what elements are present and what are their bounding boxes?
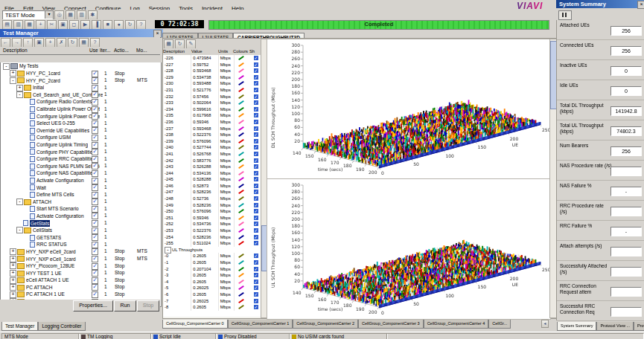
show-checkbox[interactable]: ✓ bbox=[254, 203, 258, 207]
stat-col-units[interactable]: Units bbox=[218, 48, 233, 55]
table-row[interactable]: -2500.576096Mbps✓ bbox=[163, 208, 261, 215]
expand-icon[interactable]: + bbox=[10, 70, 16, 77]
collapse-icon[interactable]: - bbox=[10, 77, 16, 84]
table-row[interactable]: -2300.593488Mbps✓ bbox=[163, 80, 261, 87]
table-row[interactable]: -2410.526768Mbps✓ bbox=[163, 151, 261, 158]
expand-icon[interactable]: + bbox=[10, 262, 16, 269]
table-row[interactable]: -2520.534736Mbps✓ bbox=[163, 221, 261, 227]
collapse-icon[interactable]: - bbox=[3, 63, 10, 70]
tab-system-summary[interactable]: System Summary bbox=[557, 322, 596, 331]
tree-row[interactable]: Configure PHY Capabilities✓1 bbox=[1, 148, 161, 155]
table-row[interactable]: -2440.534136Mbps✓ bbox=[163, 170, 261, 177]
table-row[interactable]: -2380.522376Mbps✓ bbox=[163, 132, 261, 138]
expand-icon[interactable]: + bbox=[10, 277, 16, 284]
show-checkbox[interactable]: ✓ bbox=[254, 88, 258, 92]
tree-row[interactable]: Configure RRC Capabilities✓1 bbox=[1, 155, 161, 163]
stat-col-description[interactable]: Description bbox=[163, 48, 191, 55]
show-checkbox[interactable]: ✓ bbox=[254, 177, 258, 181]
tree-row[interactable]: +HYY_NXP eCell_1card✓1StopMTS bbox=[1, 255, 161, 262]
show-checkbox[interactable]: ✓ bbox=[254, 132, 258, 137]
table-row[interactable]: -70.26025Mbps✓ bbox=[163, 298, 261, 305]
show-checkbox[interactable]: ✓ bbox=[254, 113, 258, 117]
tree-row[interactable]: +HYY TEST 1 UE✓1Stop bbox=[1, 269, 161, 277]
show-checkbox[interactable]: ✓ bbox=[254, 171, 258, 175]
show-checkbox[interactable]: ✓ bbox=[254, 184, 258, 188]
tree-row[interactable]: -My Tests bbox=[1, 62, 161, 70]
show-checkbox[interactable]: ✓ bbox=[254, 222, 258, 226]
table-row[interactable]: -80.2605Mbps✓ bbox=[163, 304, 261, 311]
table-row[interactable]: -2320.57456Mbps✓ bbox=[163, 94, 261, 100]
tree-col-iter[interactable]: Iter... bbox=[100, 48, 110, 53]
table-row[interactable]: -2550.511024Mbps✓ bbox=[163, 240, 261, 247]
show-checkbox[interactable]: ✓ bbox=[254, 62, 258, 67]
tree-row[interactable]: Configure Radio Contexts✓1 bbox=[1, 98, 161, 106]
tree-row[interactable]: Activate Configuration✓1 bbox=[1, 177, 161, 184]
tree-row[interactable]: Configure Uplink Timing✓1 bbox=[1, 141, 161, 149]
tree-row[interactable]: Select UES 0-255✓1 bbox=[1, 120, 161, 127]
show-checkbox[interactable]: ✓ bbox=[254, 260, 258, 265]
table-row[interactable]: -2460.52873Mbps✓ bbox=[163, 183, 261, 190]
table-row[interactable]: -2530.522376Mbps✓ bbox=[163, 227, 261, 234]
table-row[interactable]: -2450.528288Mbps✓ bbox=[163, 176, 261, 183]
table-row[interactable]: -2400.527744Mbps✓ bbox=[163, 144, 261, 151]
tree-row[interactable]: RRC STATUS✓1 bbox=[1, 241, 161, 248]
tree-row[interactable]: -ATTACH✓1 bbox=[1, 198, 161, 205]
table-row[interactable]: -2510.59346Mbps✓ bbox=[163, 215, 261, 222]
chevron-down-icon[interactable]: ▾ bbox=[45, 11, 53, 19]
carrier-tab-cellgroup-componentcarrier-3[interactable]: CellGroup_ComponentCarrier 3 bbox=[358, 320, 424, 329]
show-checkbox[interactable]: ✓ bbox=[254, 216, 258, 220]
show-checkbox[interactable]: ✓ bbox=[254, 75, 258, 80]
table-row[interactable]: -00.2605Mbps✓ bbox=[163, 253, 261, 259]
show-checkbox[interactable]: ✓ bbox=[254, 235, 258, 239]
table-section-row[interactable]: - UL Throughputs bbox=[163, 247, 261, 254]
table-row[interactable]: -2350.617968Mbps✓ bbox=[163, 112, 261, 119]
tree-row[interactable]: Define MTS Cells✓1 bbox=[1, 191, 161, 198]
table-row[interactable]: -2310.521776Mbps✓ bbox=[163, 87, 261, 94]
tab-protocol-view[interactable]: Protocol View bbox=[634, 322, 644, 331]
stop-button[interactable]: Stop bbox=[137, 300, 159, 311]
table-row[interactable]: -30.2605Mbps✓ bbox=[163, 272, 261, 279]
table-row[interactable]: -20.207104Mbps✓ bbox=[163, 266, 261, 273]
show-checkbox[interactable]: ✓ bbox=[254, 145, 258, 149]
table-row[interactable]: -40.2605Mbps✓ bbox=[163, 279, 261, 285]
show-checkbox[interactable]: ✓ bbox=[254, 285, 258, 290]
tree-row[interactable]: +HYY_PC_1card✓1Stop bbox=[1, 70, 161, 77]
expand-icon[interactable]: + bbox=[10, 284, 16, 291]
tab-logging-controller[interactable]: Logging Controller bbox=[38, 322, 85, 331]
close-icon[interactable]: × bbox=[637, 1, 644, 9]
tree-row[interactable]: Activate Configuration✓1 bbox=[1, 212, 161, 219]
table-row[interactable]: -2330.502064Mbps✓ bbox=[163, 100, 261, 106]
show-checkbox[interactable]: ✓ bbox=[254, 81, 258, 85]
show-checkbox[interactable]: ✓ bbox=[254, 209, 258, 213]
show-checkbox[interactable]: ✓ bbox=[254, 241, 258, 245]
show-checkbox[interactable]: ✓ bbox=[254, 305, 258, 309]
tree-row[interactable]: +PC ATTACH 1 UE✓1Stop bbox=[1, 291, 161, 298]
expand-icon[interactable]: + bbox=[10, 270, 16, 277]
tree-row[interactable]: +PC ATTACH✓1Stop bbox=[1, 283, 161, 291]
show-checkbox[interactable]: ✓ bbox=[254, 228, 258, 233]
show-checkbox[interactable]: ✓ bbox=[254, 56, 258, 60]
show-checkbox[interactable]: ✓ bbox=[254, 158, 258, 163]
expand-icon[interactable]: + bbox=[10, 248, 16, 255]
tree-row[interactable]: -CellStats✓1 bbox=[1, 227, 161, 234]
table-row[interactable]: -2480.52736Mbps✓ bbox=[163, 196, 261, 202]
tree-col-mo[interactable]: Mo... bbox=[136, 48, 147, 53]
show-checkbox[interactable]: ✓ bbox=[254, 196, 258, 201]
show-checkbox[interactable]: ✓ bbox=[254, 120, 258, 124]
show-checkbox[interactable]: ✓ bbox=[254, 292, 258, 297]
tree-row[interactable]: Configure Uplink Power Offset✓1 bbox=[1, 112, 161, 120]
show-checkbox[interactable]: ✓ bbox=[254, 254, 258, 258]
tab-scroll-left-icon[interactable]: ◄ bbox=[541, 320, 549, 328]
table-row[interactable]: -2290.534738Mbps✓ bbox=[163, 74, 261, 81]
tree-row[interactable]: Start MTS Scenario✓1 bbox=[1, 205, 161, 213]
tree-col-description[interactable]: Description bbox=[3, 48, 28, 53]
show-checkbox[interactable]: ✓ bbox=[254, 68, 258, 73]
collapse-icon[interactable]: - bbox=[16, 91, 23, 98]
table-row[interactable]: -2420.583776Mbps✓ bbox=[163, 158, 261, 164]
table-row[interactable]: -2260.473984Mbps✓ bbox=[163, 55, 261, 62]
table-row[interactable]: -2540.528236Mbps✓ bbox=[163, 234, 261, 241]
expand-icon[interactable]: + bbox=[10, 291, 16, 298]
show-checkbox[interactable]: ✓ bbox=[254, 164, 258, 169]
table-row[interactable]: -2430.526288Mbps✓ bbox=[163, 164, 261, 170]
carrier-tab-cellgroup-componentcarrier-2[interactable]: CellGroup_ComponentCarrier 2 bbox=[293, 320, 358, 329]
